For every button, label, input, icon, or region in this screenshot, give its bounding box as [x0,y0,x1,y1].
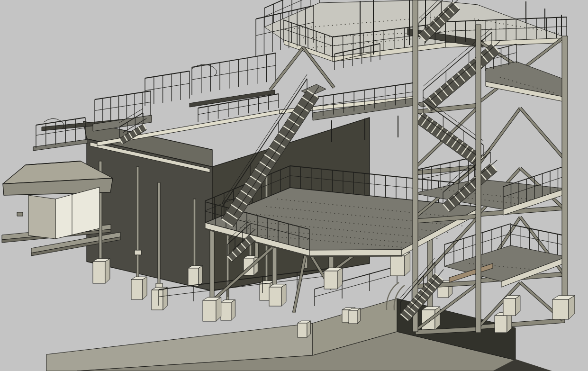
concrete-footing [269,284,286,306]
concrete-footing [324,268,343,289]
concrete-footing [203,297,221,321]
concrete-footing [188,266,202,286]
pile [193,199,196,268]
concrete-footing [349,308,361,324]
deck-column [272,246,277,288]
concrete-footing [298,321,311,337]
tower-column [562,36,568,314]
concrete-footing [552,296,575,319]
concrete-footing [131,277,147,299]
deck-column [210,224,214,302]
pile [136,167,139,280]
tower-column [413,0,418,332]
cabinet-side [28,195,55,239]
tower-column [476,25,481,333]
concrete-footing [503,296,520,316]
concrete-footing [93,259,110,283]
cad-viewport[interactable] [0,0,588,371]
wall-bracket [17,212,23,216]
pile [158,182,160,290]
model-canvas[interactable] [0,0,588,371]
concrete-footing [221,300,235,320]
concrete-footing [152,287,167,310]
